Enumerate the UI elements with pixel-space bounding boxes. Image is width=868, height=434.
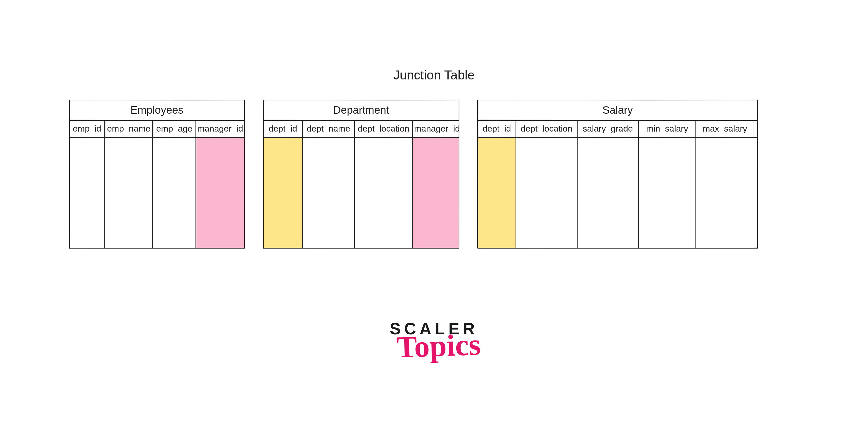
table-department: Department dept_id dept_name dept_locati… <box>263 99 459 249</box>
table-body <box>70 138 244 248</box>
column-header: min_salary <box>639 121 696 137</box>
tables-container: Employees emp_id emp_name emp_age manage… <box>69 99 835 249</box>
table-columns-row: dept_id dept_name dept_location manager_… <box>264 121 459 138</box>
table-body <box>478 138 757 248</box>
column-header: manager_id <box>196 121 244 137</box>
column-header: emp_name <box>105 121 153 137</box>
brand-logo: SCALER Topics <box>0 319 868 360</box>
table-salary: Salary dept_id dept_location salary_grad… <box>477 99 758 249</box>
diagram-title: Junction Table <box>0 68 868 83</box>
column-header: salary_grade <box>578 121 639 137</box>
column-body-highlight-yellow <box>478 138 516 248</box>
table-employees: Employees emp_id emp_name emp_age manage… <box>69 99 245 249</box>
column-header: emp_id <box>70 121 105 137</box>
column-header: dept_name <box>303 121 355 137</box>
column-header: emp_age <box>153 121 196 137</box>
diagram-canvas: Junction Table Employees emp_id emp_name… <box>0 0 868 434</box>
table-body <box>264 138 459 248</box>
column-body <box>578 138 639 248</box>
table-columns-row: emp_id emp_name emp_age manager_id <box>70 121 244 138</box>
table-title: Employees <box>70 100 244 121</box>
column-body <box>516 138 578 248</box>
column-body-highlight-pink <box>413 138 459 248</box>
column-body <box>639 138 696 248</box>
table-columns-row: dept_id dept_location salary_grade min_s… <box>478 121 757 138</box>
table-title: Salary <box>478 100 757 121</box>
column-header: dept_location <box>516 121 578 137</box>
column-body <box>70 138 105 248</box>
column-body-highlight-pink <box>196 138 244 248</box>
column-header: dept_id <box>478 121 516 137</box>
column-body <box>105 138 153 248</box>
column-body <box>355 138 413 248</box>
column-header: dept_id <box>264 121 303 137</box>
column-body <box>153 138 196 248</box>
column-body <box>303 138 355 248</box>
logo-text-topics: Topics <box>396 330 481 361</box>
column-header: manager_id <box>413 121 459 137</box>
column-body <box>696 138 754 248</box>
table-title: Department <box>264 100 459 121</box>
column-header: dept_location <box>355 121 413 137</box>
column-header: max_salary <box>696 121 754 137</box>
column-body-highlight-yellow <box>264 138 303 248</box>
